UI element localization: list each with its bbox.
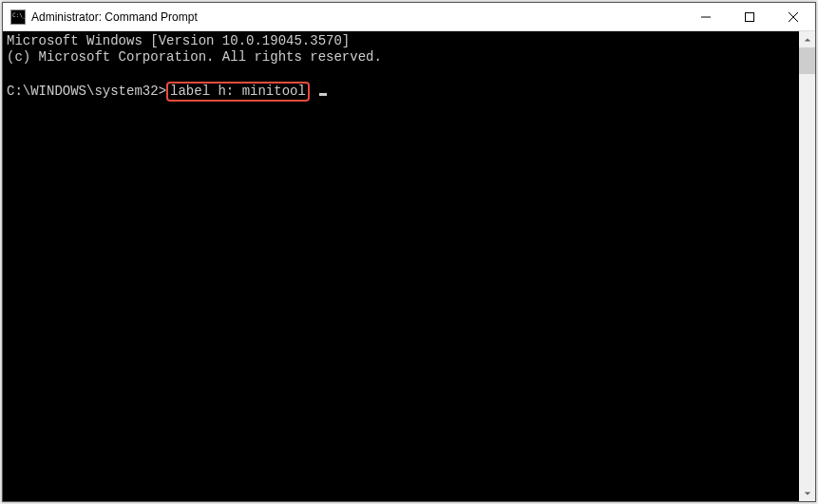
svg-rect-1	[746, 12, 754, 21]
client-area: Microsoft Windows [Version 10.0.19045.35…	[3, 31, 815, 501]
maximize-icon	[745, 12, 754, 22]
prompt-text: C:\WINDOWS\system32>	[7, 84, 166, 99]
close-icon	[789, 12, 798, 22]
command-prompt-window: Administrator: Command Prompt Microsoft …	[2, 2, 816, 502]
cmd-icon	[10, 9, 26, 25]
text-cursor	[319, 93, 327, 96]
window-controls	[684, 3, 815, 30]
version-line: Microsoft Windows [Version 10.0.19045.35…	[7, 33, 350, 48]
window-title: Administrator: Command Prompt	[31, 10, 684, 24]
scroll-thumb[interactable]	[799, 47, 815, 74]
maximize-button[interactable]	[728, 3, 771, 30]
copyright-line: (c) Microsoft Corporation. All rights re…	[7, 49, 382, 65]
command-highlight: label h: minitool	[166, 82, 310, 102]
minimize-button[interactable]	[684, 3, 728, 30]
chevron-up-icon	[804, 36, 811, 44]
scroll-track[interactable]	[799, 47, 815, 485]
scroll-up-button[interactable]	[799, 31, 815, 47]
vertical-scrollbar[interactable]	[799, 31, 815, 501]
command-text: label h: minitool	[170, 84, 306, 99]
scroll-down-button[interactable]	[799, 485, 815, 501]
terminal-output[interactable]: Microsoft Windows [Version 10.0.19045.35…	[3, 31, 799, 501]
close-button[interactable]	[771, 3, 815, 30]
minimize-icon	[701, 12, 711, 22]
titlebar[interactable]: Administrator: Command Prompt	[3, 3, 815, 31]
chevron-down-icon	[804, 490, 811, 497]
